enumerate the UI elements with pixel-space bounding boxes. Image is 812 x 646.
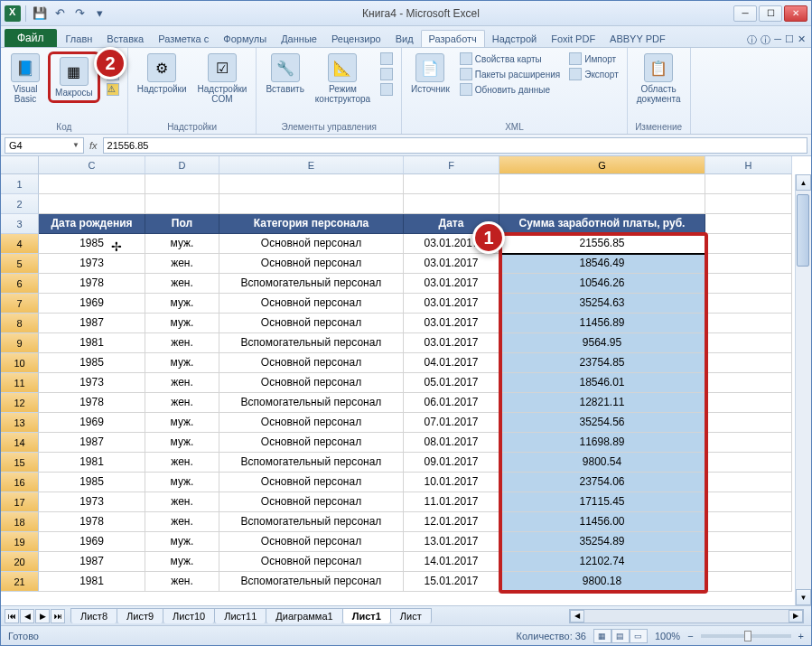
cell-C17[interactable]: 1973 xyxy=(39,492,145,512)
cell-C13[interactable]: 1969 xyxy=(39,413,145,433)
cell-F20[interactable]: 14.01.2017 xyxy=(404,552,499,572)
cell-C20[interactable]: 1987 xyxy=(39,552,145,572)
header-cell-E[interactable]: Категория персонала xyxy=(219,214,404,234)
cell-D19[interactable]: муж. xyxy=(145,532,219,552)
tab-layout[interactable]: Разметка с xyxy=(151,31,216,47)
zoom-out-button[interactable]: − xyxy=(687,631,693,641)
cell-C2[interactable] xyxy=(39,194,145,214)
formula-bar[interactable]: 21556.85 xyxy=(103,137,807,154)
cell-G4[interactable]: 21556.85 xyxy=(499,234,705,254)
redo-button[interactable]: ↷ xyxy=(70,5,89,23)
cell-G7[interactable]: 35254.63 xyxy=(499,294,705,314)
row-header-15[interactable]: 15 xyxy=(1,453,39,473)
cell-F17[interactable]: 11.01.2017 xyxy=(404,492,499,512)
zoom-level[interactable]: 100% xyxy=(655,631,680,641)
tab-review[interactable]: Рецензиро xyxy=(324,31,388,47)
row-header-14[interactable]: 14 xyxy=(1,433,39,453)
zoom-in-button[interactable]: + xyxy=(798,631,804,641)
row-header-6[interactable]: 6 xyxy=(1,274,39,294)
select-all-corner[interactable] xyxy=(1,156,39,174)
cell-D9[interactable]: жен. xyxy=(145,333,219,353)
cell-D15[interactable]: жен. xyxy=(145,453,219,473)
cell-F12[interactable]: 06.01.2017 xyxy=(404,393,499,413)
cell-H14[interactable] xyxy=(705,433,792,453)
cell-E6[interactable]: Вспомогательный персонал xyxy=(219,274,404,294)
cell-F10[interactable]: 04.01.2017 xyxy=(404,353,499,373)
cell-G18[interactable]: 11456.00 xyxy=(499,512,705,532)
refresh-data-button[interactable]: Обновить данные xyxy=(457,82,563,97)
sheet-tab-Лист11[interactable]: Лист11 xyxy=(214,608,266,623)
sheet-tab-Лист[interactable]: Лист xyxy=(390,608,432,623)
column-header-E[interactable]: E xyxy=(219,156,404,174)
cell-G14[interactable]: 11698.89 xyxy=(499,433,705,453)
macros-button[interactable]: ▦ Макросы xyxy=(51,55,97,99)
hscroll-left[interactable]: ◀ xyxy=(570,610,584,623)
tab-abbyy[interactable]: ABBYY PDF xyxy=(602,31,673,47)
tab-data[interactable]: Данные xyxy=(274,31,324,47)
cell-H9[interactable] xyxy=(705,333,792,353)
cell-F11[interactable]: 05.01.2017 xyxy=(404,373,499,393)
minimize-button[interactable]: ─ xyxy=(733,5,757,22)
save-button[interactable]: 💾 xyxy=(31,5,49,23)
cell-F5[interactable]: 03.01.2017 xyxy=(404,254,499,274)
cell-D8[interactable]: муж. xyxy=(145,314,219,333)
tab-addins[interactable]: Надстрой xyxy=(485,31,544,47)
cell-H1[interactable] xyxy=(705,174,792,194)
cell-C6[interactable]: 1978 xyxy=(39,274,145,294)
cell-G13[interactable]: 35254.56 xyxy=(499,413,705,433)
sheet-tab-Лист8[interactable]: Лист8 xyxy=(70,608,117,623)
row-header-2[interactable]: 2 xyxy=(1,194,39,214)
scroll-down-button[interactable]: ▼ xyxy=(796,589,811,605)
document-panel-button[interactable]: 📋 Область документа xyxy=(633,51,685,106)
cell-F7[interactable]: 03.01.2017 xyxy=(404,294,499,314)
qat-customize[interactable]: ▾ xyxy=(90,5,108,23)
cell-E20[interactable]: Основной персонал xyxy=(219,552,404,572)
cell-G16[interactable]: 23754.06 xyxy=(499,473,705,492)
page-layout-button[interactable]: ▤ xyxy=(611,629,630,643)
cell-C9[interactable]: 1981 xyxy=(39,333,145,353)
row-header-8[interactable]: 8 xyxy=(1,314,39,333)
name-box[interactable]: G4 ▼ xyxy=(5,137,84,154)
cell-D11[interactable]: жен. xyxy=(145,373,219,393)
maximize-button[interactable]: ☐ xyxy=(759,5,782,22)
page-break-button[interactable]: ▭ xyxy=(630,629,648,643)
cell-D14[interactable]: муж. xyxy=(145,433,219,453)
cell-E16[interactable]: Основной персонал xyxy=(219,473,404,492)
cell-H7[interactable] xyxy=(705,294,792,314)
cell-C11[interactable]: 1973 xyxy=(39,373,145,393)
hscroll-right[interactable]: ▶ xyxy=(789,610,803,623)
header-cell-G[interactable]: Сумма заработной платы, руб. xyxy=(499,214,705,234)
cell-F2[interactable] xyxy=(404,194,499,214)
column-header-F[interactable]: F xyxy=(404,156,499,174)
tab-nav-prev[interactable]: ◀ xyxy=(20,609,34,623)
cell-H10[interactable] xyxy=(705,353,792,373)
header-cell-D[interactable]: Пол xyxy=(145,214,219,234)
cell-D13[interactable]: муж. xyxy=(145,413,219,433)
cell-F16[interactable]: 10.01.2017 xyxy=(404,473,499,492)
cell-D17[interactable]: жен. xyxy=(145,492,219,512)
horizontal-scrollbar[interactable]: ◀ ▶ xyxy=(569,609,804,623)
zoom-slider[interactable] xyxy=(701,634,791,638)
column-header-H[interactable]: H xyxy=(705,156,792,174)
cell-G6[interactable]: 10546.26 xyxy=(499,274,705,294)
row-header-17[interactable]: 17 xyxy=(1,492,39,512)
cell-E12[interactable]: Вспомогательный персонал xyxy=(219,393,404,413)
cell-G15[interactable]: 9800.54 xyxy=(499,453,705,473)
cell-G2[interactable] xyxy=(499,194,705,214)
cell-G17[interactable]: 17115.45 xyxy=(499,492,705,512)
cell-H16[interactable] xyxy=(705,473,792,492)
cell-C18[interactable]: 1978 xyxy=(39,512,145,532)
cell-C8[interactable]: 1987 xyxy=(39,314,145,333)
cell-D7[interactable]: муж. xyxy=(145,294,219,314)
cell-C16[interactable]: 1985 xyxy=(39,473,145,492)
cell-E19[interactable]: Основной персонал xyxy=(219,532,404,552)
row-header-7[interactable]: 7 xyxy=(1,294,39,314)
cell-F19[interactable]: 13.01.2017 xyxy=(404,532,499,552)
tab-view[interactable]: Вид xyxy=(388,31,421,47)
doc-restore-icon[interactable]: ☐ xyxy=(785,33,794,47)
row-header-20[interactable]: 20 xyxy=(1,552,39,572)
cell-E13[interactable]: Основной персонал xyxy=(219,413,404,433)
cell-C12[interactable]: 1978 xyxy=(39,393,145,413)
cell-D18[interactable]: жен. xyxy=(145,512,219,532)
row-header-12[interactable]: 12 xyxy=(1,393,39,413)
